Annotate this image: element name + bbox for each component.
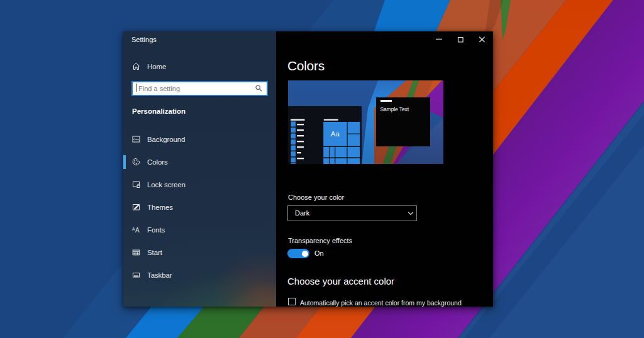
svg-text:Aa: Aa (331, 130, 340, 138)
svg-text:A: A (135, 227, 140, 234)
